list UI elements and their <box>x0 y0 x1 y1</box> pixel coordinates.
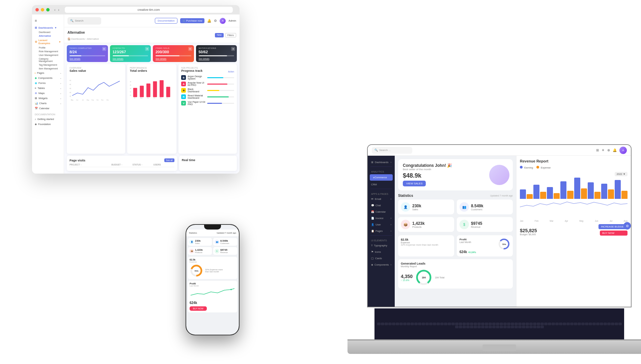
contacts-bar <box>113 55 148 56</box>
rev-bar-jul-e <box>608 189 614 199</box>
see-all-button[interactable]: See all <box>164 158 174 162</box>
sidebar-item-tables[interactable]: ≡ Tables › <box>32 86 64 91</box>
gear-badge[interactable]: ⚙ <box>623 222 631 230</box>
laptop-right-panel: Revenue Report Earning Expense <box>516 156 631 307</box>
laptop-sidebar-crm[interactable]: CRM <box>368 181 395 188</box>
laptop-sidebar-email[interactable]: ✉Email› <box>368 196 395 202</box>
sidebar-item-widgets[interactable]: ⊞ Widgets › <box>32 96 64 101</box>
laptop-revenue-icon: $ <box>459 220 469 229</box>
phone-buy-button[interactable]: BUY NOW <box>190 306 207 311</box>
page-visits-card: Page visits See all PROJECT ↑ BUDGET ↑ S… <box>67 156 177 171</box>
sidebar-item-dashboard[interactable]: Dashboard <box>32 30 64 34</box>
laptop-sidebar-chat[interactable]: 💬Chat <box>368 202 395 209</box>
sidebar-group-dashboards[interactable]: ⊞ Dashboards ▼ <box>32 25 64 30</box>
keyboard-key <box>477 323 481 325</box>
forward-icon[interactable]: › <box>58 8 59 12</box>
laptop-sidebar-icons[interactable]: ⚑Icons <box>368 249 395 255</box>
sidebar-item-foundation[interactable]: ◈ Foundation <box>32 122 64 127</box>
keyboard-key <box>425 323 429 325</box>
laptop-sidebar-pages[interactable]: 📋Pages› <box>368 228 395 234</box>
keyboard-key <box>451 323 455 325</box>
svg-text:78%: 78% <box>502 243 506 245</box>
sidebar-item-role[interactable]: Role Management <box>32 50 64 53</box>
svg-text:50: 50 <box>69 80 71 81</box>
laptop-sidebar-calendar[interactable]: 📅Calendar <box>368 209 395 215</box>
sidebar-item-category[interactable]: Category Management <box>32 57 64 63</box>
laptop-sales-value: 230k <box>412 204 421 208</box>
filters-button[interactable]: Filters <box>225 33 236 37</box>
phone-customers-icon: 👥 <box>215 240 219 244</box>
sidebar-group-laravel[interactable]: ⚙ Laravel Examples ▼ <box>32 38 64 46</box>
sales-label: OVERVIEW <box>69 67 122 69</box>
sidebar-item-pages[interactable]: ▪ Pages › <box>32 70 64 75</box>
purchase-button[interactable]: 🛒 Purchase now <box>180 18 205 23</box>
contacts-link[interactable]: See details <box>113 58 148 60</box>
col-users: USERS <box>154 163 174 166</box>
real-time-header: Real time <box>182 158 234 162</box>
laptop-products-value: 1,423k <box>412 221 425 226</box>
laptop-revenue-value: $9745 <box>471 221 482 226</box>
back-icon[interactable]: ‹ <box>54 8 55 12</box>
new-button[interactable]: New <box>215 33 224 37</box>
keyboard-key <box>466 326 470 328</box>
sidebar-item-tag[interactable]: Tag Management <box>32 63 64 67</box>
sidebar-item-forms[interactable]: ◉ Forms › <box>32 81 64 86</box>
sidebar-item-maps[interactable]: ⊕ Maps › <box>32 91 64 96</box>
laptop-sidebar-user2[interactable]: 👤User› <box>368 221 395 228</box>
documentation-button[interactable]: Documentation <box>155 18 177 24</box>
progress-action-button[interactable]: Action <box>228 70 234 73</box>
laptop-notification-icon[interactable]: 🔔 <box>613 148 617 152</box>
laptop-sidebar-analytics[interactable]: Analytics <box>368 168 395 174</box>
notification-icon[interactable]: 🔔 <box>207 19 211 23</box>
phone-device: Statistics Updated 7 month ago 👤 230k Sa… <box>182 224 243 345</box>
svg-rect-16 <box>146 84 150 97</box>
menu-toggle[interactable]: ≡ <box>32 17 64 24</box>
minimize-dot[interactable] <box>41 8 44 11</box>
svg-text:Jun: Jun <box>76 99 78 101</box>
tasks-link[interactable]: See details <box>69 58 105 60</box>
sidebar-item-getting-started[interactable]: ♪ Getting started <box>32 117 64 122</box>
phone-products-label: Products <box>195 251 203 253</box>
laptop-sidebar-cards[interactable]: ▢Cards <box>368 255 395 262</box>
laptop-sidebar-invoice[interactable]: 📄Invoice› <box>368 215 395 221</box>
orders-title: Total orders <box>130 69 174 72</box>
calendar-icon: 📅 <box>35 107 38 110</box>
laptop-sidebar-typography[interactable]: TTypography <box>368 242 395 249</box>
sidebar-item-user[interactable]: User Management <box>32 53 64 57</box>
laptop-sidebar-ecommerce[interactable]: eCommerce <box>370 174 393 181</box>
tasks-bar-fill <box>69 55 81 56</box>
tables-icon: ≡ <box>35 87 36 90</box>
items-link[interactable]: See details <box>156 58 191 60</box>
sidebar-item-profile[interactable]: Profile <box>32 46 64 50</box>
laptop-view-sales-button[interactable]: VIEW SALES <box>403 181 426 186</box>
sidebar-item-calendar[interactable]: 📅 Calendar <box>32 106 64 111</box>
laptop-sidebar-dashboards[interactable]: ⊞ Dashboards › <box>368 159 395 165</box>
buy-now-button[interactable]: BUY NOW <box>600 231 628 236</box>
keyboard-key <box>492 323 496 325</box>
sales-chart-card: OVERVIEW Sales value May Jun Jul Aug Sep… <box>67 64 125 154</box>
sidebar-item-alternative[interactable]: Alternative <box>32 34 64 38</box>
sales-title: Sales value <box>69 69 122 72</box>
sidebar-item-charts[interactable]: 📊 Charts › <box>32 101 64 106</box>
progress-chart-card: 5/26 PROJECTS Progress track Action B Ar… <box>178 64 237 154</box>
search-bar[interactable]: 🔍 Search <box>67 17 101 25</box>
laptop-search-bar[interactable]: 🔍 Search ... <box>372 147 412 154</box>
laptop-sidebar-components2[interactable]: ◈Components› <box>368 262 395 268</box>
notifications-link[interactable]: See details <box>199 58 234 60</box>
rev-bar-jul <box>601 184 607 199</box>
close-dot[interactable] <box>35 8 39 11</box>
sidebar-item-item[interactable]: Item Management <box>32 67 64 70</box>
svg-rect-18 <box>160 80 164 97</box>
maximize-dot[interactable] <box>46 8 50 11</box>
notifications-label: NOTIFICATIONS <box>199 47 234 49</box>
sidebar: ≡ ⊞ Dashboards ▼ Dashboard Alternative ⚙… <box>32 14 64 174</box>
laptop-leads-total: 184 Total <box>435 276 444 279</box>
progress-header: Progress track Action <box>181 69 234 74</box>
dashboards-icon: ⊞ <box>35 26 37 29</box>
sidebar-item-components[interactable]: ◆ Components › <box>32 75 64 81</box>
settings-icon[interactable]: ⚙ <box>214 19 217 23</box>
year-badge[interactable]: 2022 ▼ <box>615 172 628 176</box>
rev-bar-apr-e <box>567 191 573 199</box>
keyboard-key <box>437 323 440 325</box>
keyboard-key <box>411 323 414 325</box>
